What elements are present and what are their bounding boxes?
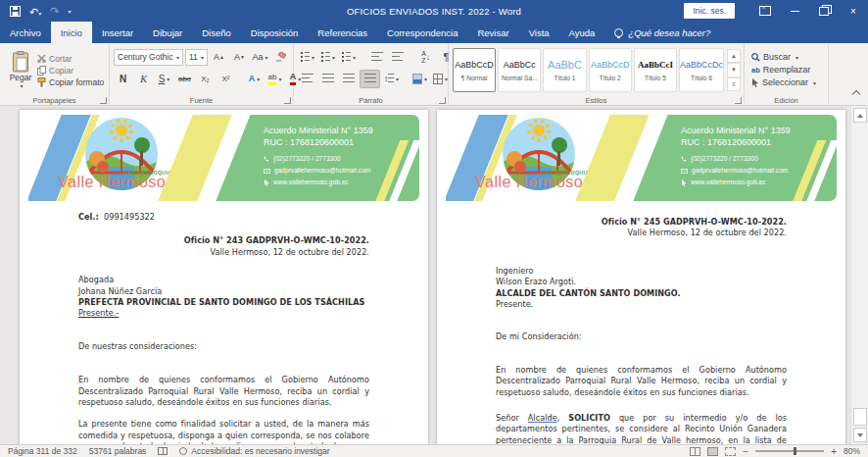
tab-insertar[interactable]: Insertar [92,22,143,43]
replace-button[interactable]: ab Reemplazar [751,65,825,75]
close-button[interactable]: × [839,0,868,22]
clipboard-dialog-launcher-icon[interactable] [100,97,107,104]
acuerdo-line: Acuerdo Ministerial N° 1359 [264,125,419,136]
zoom-slider[interactable] [755,450,824,452]
letter-body-2[interactable]: Oficio N° 245 GADPRVH-O-WMC-10-2022. Val… [437,217,845,444]
borders-button[interactable]: ▾ [431,71,450,87]
clear-formatting-button[interactable] [271,49,290,66]
paragraph-dialog-launcher-icon[interactable] [439,97,446,104]
group-clipboard: Pegar ▾ Cortar Copiar Copiar formato Por… [0,43,110,105]
font-size-combobox[interactable]: 11▾ [185,49,208,66]
document-area[interactable]: GAD PARROQUIAL Valle Hermoso Acuerdo Min… [0,106,868,444]
customize-quick-access-icon[interactable]: ▾ [68,8,71,15]
superscript-button[interactable]: X² [217,71,235,87]
tell-me-box[interactable]: ¿Qué desea hacer? [604,22,720,43]
subscript-button[interactable]: X₂ [196,71,215,87]
cut-button[interactable]: Cortar [37,54,104,64]
group-font: Century Gothic▾ 11▾ A▲ A▼ Aa▾ N K S▾ abc… [110,43,294,105]
bullets-button[interactable]: ▾ [298,49,316,66]
word-count[interactable]: 53761 palabras [89,446,147,456]
style-titulo-5[interactable]: AaBbCcI Título 5 [634,48,677,92]
line-spacing-button[interactable]: ↕▾ [382,71,401,87]
ribbon-display-options-button[interactable] [750,0,780,22]
font-name-combobox[interactable]: Century Gothic▾ [114,49,183,66]
underline-button[interactable]: S▾ [155,71,173,87]
align-left-button[interactable] [298,71,316,87]
align-left-icon [302,74,313,83]
zoom-level[interactable]: 80% [844,446,860,456]
page-2[interactable]: GAD PARROQUIAL Valle Hermoso Acuerdo Min… [437,110,845,444]
grow-font-button[interactable]: A▲ [210,49,228,66]
highlight-button[interactable]: ab▾ [265,71,284,87]
strikethrough-button[interactable]: abc [175,71,194,87]
collapse-ribbon-button[interactable] [853,89,859,99]
italic-button[interactable]: K [134,71,153,87]
select-button[interactable]: Seleccionar▾ [751,77,825,87]
scroll-up-button[interactable] [853,108,867,123]
align-right-button[interactable] [339,71,358,87]
tab-revisar[interactable]: Revisar [467,22,518,43]
bullets-icon [300,52,310,62]
restore-button[interactable] [809,0,839,22]
scroll-down-button[interactable] [853,428,867,442]
decrease-indent-button[interactable] [367,49,386,66]
style-titulo-6[interactable]: AaBbCcDc Título 6 [679,48,724,92]
sign-in-button[interactable]: Inic. ses. [684,3,735,19]
redo-button[interactable]: ↷ [50,6,59,17]
accessibility-icon [179,447,187,455]
justify-button[interactable] [360,70,380,88]
shrink-font-button[interactable]: A▼ [230,49,249,66]
style-normal[interactable]: AaBbCcD ¶ Normal [453,48,496,92]
change-case-button[interactable]: Aa▾ [251,49,269,66]
style-normal-sa[interactable]: AaBbCc Normal Sa... [498,48,541,92]
align-center-button[interactable] [318,71,337,87]
salutation: De nuestras consideraciones: [78,341,369,352]
copy-button[interactable]: Copiar [37,66,104,76]
shading-button[interactable]: ▾ [410,71,429,87]
styles-dialog-launcher-icon[interactable] [735,97,742,104]
tab-referencias[interactable]: Referencias [308,22,377,43]
undo-button[interactable]: ↶▾ [29,2,41,20]
read-mode-icon[interactable] [690,447,700,456]
proofing-errors-icon[interactable] [158,447,168,455]
increase-indent-button[interactable] [388,49,407,66]
vertical-scrollbar[interactable] [850,106,868,444]
font-dialog-launcher-icon[interactable] [284,97,291,104]
styles-gallery-more-icon[interactable]: ≡ [727,77,741,91]
quick-access-toolbar: ↶▾ ↷ ▾ [10,2,71,20]
tab-inicio[interactable]: Inicio [51,22,92,43]
tab-disposicion[interactable]: Disposición [241,22,309,43]
zoom-in-button[interactable]: + [831,446,837,457]
text-effects-button[interactable]: A▾ [245,71,264,87]
bold-button[interactable]: N [114,71,132,87]
scrollbar-thumb[interactable] [853,408,867,426]
numbering-button[interactable]: ▾ [318,49,337,66]
styles-gallery-down-icon[interactable]: ▼ [727,63,741,76]
multilevel-list-button[interactable]: ▾ [339,49,358,66]
tab-correspondencia[interactable]: Correspondencia [377,22,467,43]
tab-ayuda[interactable]: Ayuda [559,22,605,43]
web-layout-icon[interactable] [725,447,736,456]
paragraph: En nombre de quienes conformamos el Gobi… [78,375,369,408]
page-indicator[interactable]: Página 311 de 332 [8,446,77,456]
paste-button[interactable]: Pegar ▾ [4,46,37,94]
tab-diseno[interactable]: Diseño [192,22,241,43]
format-painter-button[interactable]: Copiar formato [37,77,104,87]
style-titulo-2[interactable]: AaBbCcD Título 2 [589,48,632,92]
zoom-slider-thumb[interactable] [794,447,796,455]
style-titulo-1[interactable]: AaBbC Título 1 [543,48,586,92]
accessibility-status[interactable]: Accesibilidad: es necesario investigar [179,446,329,456]
page-1[interactable]: GAD PARROQUIAL Valle Hermoso Acuerdo Min… [20,110,428,444]
minimize-button[interactable] [780,0,809,22]
cut-label: Cortar [49,54,72,64]
find-button[interactable]: Buscar▾ [751,52,825,62]
sort-button[interactable]: AZ↓ [416,49,435,66]
save-icon[interactable] [10,6,21,17]
tab-vista[interactable]: Vista [519,22,559,43]
tab-dibujar[interactable]: Dibujar [143,22,192,43]
zoom-out-button[interactable]: − [743,446,748,457]
letter-body-1[interactable]: Cel.: 0991495322 Oficio N° 243 GADPRVH-O… [20,212,428,444]
tab-archivo[interactable]: Archivo [0,22,51,43]
print-layout-icon[interactable] [707,447,718,456]
styles-gallery-up-icon[interactable]: ▲ [727,49,741,63]
